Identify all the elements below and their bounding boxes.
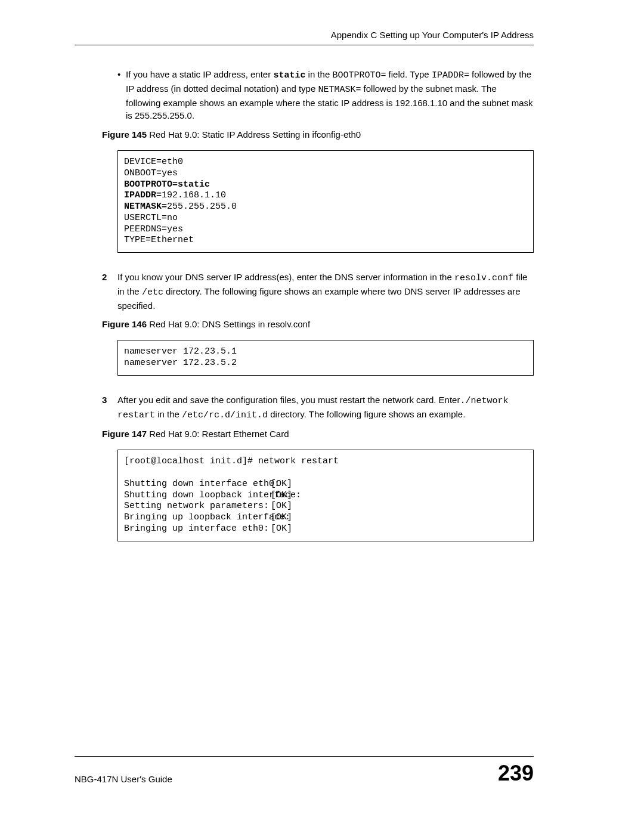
cmd-status: [OK]	[271, 501, 292, 511]
figure-145-caption: Figure 145 Red Hat 9.0: Static IP Addres…	[102, 129, 534, 140]
code: resolv.conf	[454, 273, 513, 283]
step-number: 3	[102, 394, 117, 422]
text: in the	[305, 69, 332, 79]
step-text: After you edit and save the configuratio…	[117, 394, 534, 422]
code-line: ONBOOT=yes	[124, 168, 178, 178]
figure-147-caption: Figure 147 Red Hat 9.0: Restart Ethernet…	[102, 429, 534, 439]
code: /etc	[142, 287, 163, 298]
figure-label: Figure 145	[102, 129, 147, 140]
text: field. Type	[386, 69, 431, 79]
text: in the	[155, 409, 182, 419]
figure-title: Red Hat 9.0: Static IP Address Setting i…	[147, 129, 361, 140]
code-line: USERCTL=no	[124, 213, 178, 223]
code: static	[273, 70, 305, 80]
code: BOOTPROTO=	[332, 70, 386, 80]
code-box-restart: [root@localhost init.d]# network restart…	[117, 450, 534, 541]
cmd-label: Bringing up interface eth0:	[124, 524, 271, 535]
cmd-status: [OK]	[271, 479, 292, 489]
text: If you know your DNS server IP address(e…	[117, 272, 454, 282]
bullet-static-ip: • If you have a static IP address, enter…	[117, 68, 534, 122]
figure-title: Red Hat 9.0: DNS Settings in resolv.conf	[147, 319, 310, 329]
code-line: TYPE=Ethernet	[124, 235, 194, 245]
code: IPADDR=	[432, 70, 469, 80]
cmd-label: Shutting down loopback interface:	[124, 490, 271, 501]
code-line: [root@localhost init.d]# network restart	[124, 456, 339, 466]
page-footer: NBG-417N User's Guide 239	[75, 756, 534, 784]
figure-title: Red Hat 9.0: Restart Ethernet Card	[147, 429, 289, 439]
cmd-status: [OK]	[271, 490, 292, 500]
figure-label: Figure 147	[102, 429, 147, 439]
text: directory. The following figure shows an…	[268, 409, 465, 419]
code: NETMASK=	[318, 85, 361, 95]
cmd-status: [OK]	[271, 512, 292, 522]
step-2: 2 If you know your DNS server IP address…	[102, 271, 534, 312]
step-3: 3 After you edit and save the configurat…	[102, 394, 534, 422]
code-line: BOOTPROTO=static	[124, 179, 210, 190]
cmd-label: Bringing up loopback interface:	[124, 512, 271, 524]
code-box-resolv: nameserver 172.23.5.1 nameserver 172.23.…	[117, 340, 534, 376]
bullet-text: If you have a static IP address, enter s…	[126, 68, 534, 122]
code-key: IPADDR=	[124, 190, 162, 200]
code-val: 255.255.255.0	[167, 202, 237, 212]
footer-page-number: 239	[498, 763, 534, 784]
code-line: nameserver 172.23.5.1	[124, 346, 237, 357]
cmd-status: [OK]	[271, 524, 292, 534]
header-text: Appendix C Setting up Your Computer's IP…	[75, 30, 534, 40]
code-val: 192.168.1.10	[162, 190, 226, 200]
code-line: PEERDNS=yes	[124, 224, 183, 234]
bullet-mark: •	[117, 68, 126, 122]
code-box-ifconfig: DEVICE=eth0 ONBOOT=yes BOOTPROTO=static …	[117, 150, 534, 253]
step-number: 2	[102, 271, 117, 312]
cmd-label: Setting network parameters:	[124, 501, 271, 512]
figure-label: Figure 146	[102, 319, 147, 329]
text: If you have a static IP address, enter	[126, 69, 273, 79]
footer-guide-title: NBG-417N User's Guide	[75, 774, 172, 784]
code-key: NETMASK=	[124, 202, 167, 212]
figure-146-caption: Figure 146 Red Hat 9.0: DNS Settings in …	[102, 319, 534, 329]
step-text: If you know your DNS server IP address(e…	[117, 271, 534, 312]
code-line: nameserver 172.23.5.2	[124, 358, 237, 368]
text: After you edit and save the configuratio…	[117, 395, 460, 405]
code-line: DEVICE=eth0	[124, 157, 183, 167]
text: directory. The following figure shows an…	[117, 286, 521, 311]
cmd-label: Shutting down interface eth0:	[124, 479, 271, 490]
code: /etc/rc.d/init.d	[182, 410, 268, 420]
page-header: Appendix C Setting up Your Computer's IP…	[75, 30, 534, 45]
